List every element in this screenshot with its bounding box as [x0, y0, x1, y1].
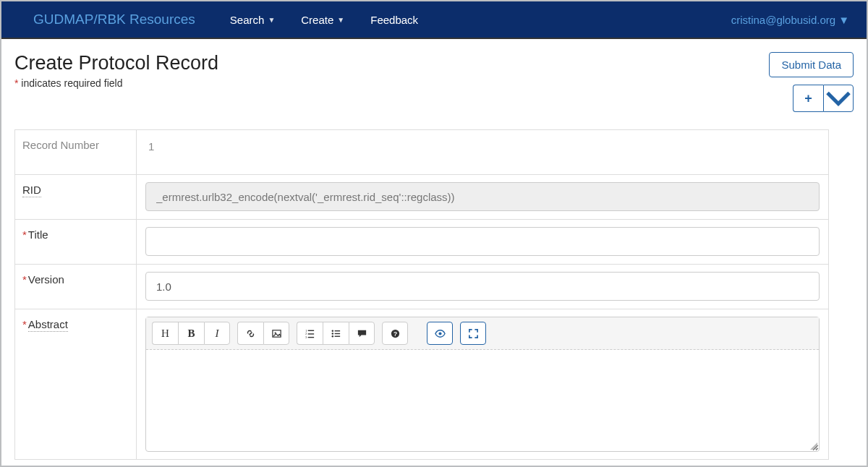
editor-textarea[interactable]	[146, 350, 819, 451]
fullscreen-icon	[468, 328, 479, 339]
eye-icon	[435, 328, 446, 339]
nav-item-feedback[interactable]: Feedback	[357, 1, 431, 38]
value-version	[137, 265, 828, 309]
row-title: *Title	[15, 220, 828, 265]
markdown-editor: H B I	[145, 317, 820, 452]
link-icon	[245, 328, 256, 339]
caret-down-icon: ▼	[268, 16, 275, 24]
svg-point-8	[332, 330, 333, 331]
content: Create Protocol Record * indicates requi…	[1, 39, 867, 460]
rid-input	[145, 182, 820, 211]
nav-label: Search	[230, 14, 265, 26]
caret-down-icon: ▼	[337, 16, 344, 24]
row-abstract: *Abstract H B	[15, 309, 828, 459]
nav-item-search[interactable]: Search ▼	[217, 1, 288, 38]
help-button[interactable]: ?	[382, 322, 408, 345]
row-record-number: Record Number 1	[15, 130, 828, 175]
bold-button[interactable]: B	[178, 322, 204, 345]
label-record-number: Record Number	[15, 130, 137, 174]
required-note-text: indicates required field	[18, 77, 122, 89]
tb-group-text: H B I	[152, 322, 230, 345]
comment-icon	[357, 328, 367, 339]
value-abstract: H B I	[137, 309, 828, 459]
help-icon: ?	[390, 328, 401, 339]
svg-point-16	[438, 332, 441, 335]
required-asterisk: *	[22, 273, 27, 286]
row-version: *Version	[15, 265, 828, 309]
required-note: * indicates required field	[14, 77, 854, 89]
heading-icon: H	[161, 327, 169, 340]
add-record-button[interactable]: +	[793, 85, 823, 112]
resize-grip-icon[interactable]	[810, 442, 817, 450]
fullscreen-button[interactable]	[460, 322, 486, 345]
heading-button[interactable]: H	[152, 322, 178, 345]
label-title: *Title	[15, 220, 137, 264]
italic-button[interactable]: I	[204, 322, 230, 345]
ol-icon: 123	[305, 328, 315, 339]
tb-group-insert	[237, 322, 289, 345]
ul-icon	[331, 328, 341, 339]
label-rid: RID	[15, 175, 137, 219]
comment-button[interactable]	[349, 322, 375, 345]
form-table: Record Number 1 RID *Title	[14, 129, 829, 460]
page-title: Create Protocol Record	[14, 52, 854, 74]
user-label: cristina@globusid.org	[731, 14, 835, 26]
add-record-button-group: +	[793, 85, 854, 112]
image-icon	[271, 328, 282, 339]
label-version: *Version	[15, 265, 137, 309]
svg-text:3: 3	[305, 335, 307, 339]
user-menu[interactable]: cristina@globusid.org ▼	[731, 14, 849, 26]
preview-button[interactable]	[427, 322, 453, 345]
italic-icon: I	[216, 327, 219, 340]
tb-group-list: 123	[297, 322, 375, 345]
plus-icon: +	[804, 91, 812, 106]
label-abstract: *Abstract	[15, 309, 137, 459]
image-button[interactable]	[263, 322, 289, 345]
required-asterisk: *	[22, 228, 27, 241]
required-asterisk: *	[22, 318, 27, 330]
nav-label: Feedback	[370, 14, 418, 26]
value-record-number: 1	[137, 130, 828, 174]
nav-label: Create	[301, 14, 333, 26]
top-actions: Submit Data +	[769, 52, 854, 112]
editor-toolbar: H B I	[146, 317, 819, 350]
navbar: GUDMAP/RBK Resources Search ▼ Create ▼ F…	[1, 1, 867, 39]
svg-text:?: ?	[393, 330, 396, 337]
row-rid: RID	[15, 175, 828, 220]
svg-point-9	[332, 333, 333, 334]
add-record-dropdown[interactable]	[823, 85, 854, 112]
value-title	[137, 220, 828, 264]
caret-down-icon: ▼	[838, 14, 849, 26]
link-button[interactable]	[237, 322, 263, 345]
chevron-down-icon	[824, 84, 853, 113]
nav-item-create[interactable]: Create ▼	[288, 1, 357, 38]
record-number-value: 1	[145, 137, 154, 153]
unordered-list-button[interactable]	[323, 322, 349, 345]
submit-data-button[interactable]: Submit Data	[769, 52, 854, 77]
ordered-list-button[interactable]: 123	[297, 322, 323, 345]
app-frame: GUDMAP/RBK Resources Search ▼ Create ▼ F…	[0, 0, 868, 467]
title-input[interactable]	[145, 227, 820, 256]
version-input[interactable]	[145, 272, 820, 301]
value-rid	[137, 175, 828, 219]
brand[interactable]: GUDMAP/RBK Resources	[33, 12, 195, 27]
bold-icon: B	[187, 327, 195, 340]
svg-point-10	[332, 335, 333, 337]
